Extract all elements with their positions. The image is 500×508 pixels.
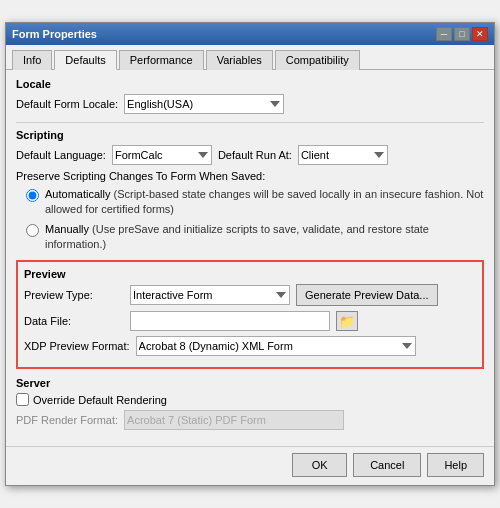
server-section-label: Server bbox=[16, 377, 484, 389]
preserve-label: Preserve Scripting Changes To Form When … bbox=[16, 170, 265, 182]
preserve-label-row: Preserve Scripting Changes To Form When … bbox=[16, 170, 484, 182]
data-file-input[interactable] bbox=[130, 311, 330, 331]
locale-section-label: Locale bbox=[16, 78, 484, 90]
scripting-section: Scripting Default Language: FormCalc Def… bbox=[16, 129, 484, 253]
bottom-bar: OK Cancel Help bbox=[6, 446, 494, 485]
manual-desc: (Use preSave and initialize scripts to s… bbox=[45, 223, 429, 250]
preview-type-select[interactable]: Interactive Form bbox=[130, 285, 290, 305]
pdf-render-row: PDF Render Format: Acrobat 7 (Static) PD… bbox=[16, 410, 484, 430]
runat-select[interactable]: Client bbox=[298, 145, 388, 165]
auto-radio[interactable] bbox=[26, 189, 39, 202]
auto-desc: (Script-based state changes will be save… bbox=[45, 188, 483, 215]
browse-file-button[interactable]: 📁 bbox=[336, 311, 358, 331]
form-properties-dialog: Form Properties ─ □ ✕ Info Defaults Perf… bbox=[5, 22, 495, 487]
preview-type-row: Preview Type: Interactive Form Generate … bbox=[24, 284, 476, 306]
tab-compatibility[interactable]: Compatibility bbox=[275, 50, 360, 70]
manual-radio[interactable] bbox=[26, 224, 39, 237]
minimize-button[interactable]: ─ bbox=[436, 27, 452, 41]
xdp-format-label: XDP Preview Format: bbox=[24, 340, 130, 352]
locale-field-row: Default Form Locale: English(USA) bbox=[16, 94, 484, 114]
language-label: Default Language: bbox=[16, 149, 106, 161]
locale-section: Locale Default Form Locale: English(USA) bbox=[16, 78, 484, 114]
tab-defaults[interactable]: Defaults bbox=[54, 50, 116, 70]
divider-1 bbox=[16, 122, 484, 123]
close-button[interactable]: ✕ bbox=[472, 27, 488, 41]
help-button[interactable]: Help bbox=[427, 453, 484, 477]
auto-label: Automatically bbox=[45, 188, 110, 200]
preview-section-label: Preview bbox=[24, 268, 476, 280]
generate-preview-button[interactable]: Generate Preview Data... bbox=[296, 284, 438, 306]
data-file-input-row: 📁 bbox=[130, 311, 358, 331]
runat-label: Default Run At: bbox=[218, 149, 292, 161]
ok-button[interactable]: OK bbox=[292, 453, 347, 477]
server-section: Server Override Default Rendering PDF Re… bbox=[16, 377, 484, 430]
radio-group: Automatically (Script-based state change… bbox=[26, 187, 484, 253]
data-file-label: Data File: bbox=[24, 315, 124, 327]
language-select[interactable]: FormCalc bbox=[112, 145, 212, 165]
pdf-render-label: PDF Render Format: bbox=[16, 414, 118, 426]
pdf-render-select[interactable]: Acrobat 7 (Static) PDF Form bbox=[124, 410, 344, 430]
locale-select[interactable]: English(USA) bbox=[124, 94, 284, 114]
override-label: Override Default Rendering bbox=[33, 394, 167, 406]
scripting-section-label: Scripting bbox=[16, 129, 484, 141]
auto-radio-row: Automatically (Script-based state change… bbox=[26, 187, 484, 218]
override-checkbox[interactable] bbox=[16, 393, 29, 406]
tab-variables[interactable]: Variables bbox=[206, 50, 273, 70]
tab-content: Locale Default Form Locale: English(USA)… bbox=[6, 70, 494, 447]
tab-info[interactable]: Info bbox=[12, 50, 52, 70]
override-checkbox-row: Override Default Rendering bbox=[16, 393, 484, 406]
title-bar-controls: ─ □ ✕ bbox=[436, 27, 488, 41]
tab-bar: Info Defaults Performance Variables Comp… bbox=[6, 45, 494, 70]
locale-field-label: Default Form Locale: bbox=[16, 98, 118, 110]
maximize-button[interactable]: □ bbox=[454, 27, 470, 41]
cancel-button[interactable]: Cancel bbox=[353, 453, 421, 477]
folder-icon: 📁 bbox=[339, 314, 355, 329]
data-file-row: Data File: 📁 bbox=[24, 311, 476, 331]
manual-label: Manually bbox=[45, 223, 89, 235]
xdp-format-select[interactable]: Acrobat 8 (Dynamic) XML Form bbox=[136, 336, 416, 356]
manual-radio-row: Manually (Use preSave and initialize scr… bbox=[26, 222, 484, 253]
scripting-language-row: Default Language: FormCalc Default Run A… bbox=[16, 145, 484, 165]
tab-performance[interactable]: Performance bbox=[119, 50, 204, 70]
xdp-format-row: XDP Preview Format: Acrobat 8 (Dynamic) … bbox=[24, 336, 476, 356]
preview-type-label: Preview Type: bbox=[24, 289, 124, 301]
title-bar: Form Properties ─ □ ✕ bbox=[6, 23, 494, 45]
dialog-title: Form Properties bbox=[12, 28, 97, 40]
preview-section: Preview Preview Type: Interactive Form G… bbox=[16, 260, 484, 369]
